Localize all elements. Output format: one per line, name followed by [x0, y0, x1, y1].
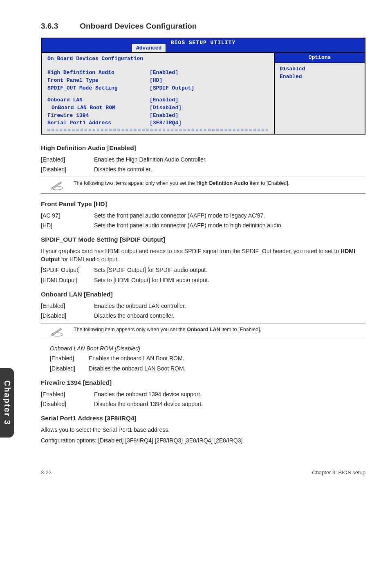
bios-left-pane: On Board Devices Configuration High Defi…: [42, 53, 275, 134]
bios-options-header: Options: [275, 53, 365, 63]
option-line: [HDMI Output]Sets to [HDMI Output] for H…: [41, 276, 365, 284]
footer-page-number: 3-22: [41, 469, 52, 477]
section-title-text: Onboard Devices Configuration: [80, 22, 197, 30]
bios-tab-advanced: Advanced: [132, 44, 166, 52]
pencil-note-icon: [41, 180, 74, 191]
note-text: The following two items appear only when…: [74, 180, 365, 187]
chapter-side-tab: Chapter 3: [0, 368, 14, 438]
item-heading-hda: High Definition Audio [Enabled]: [41, 144, 365, 153]
option-line: [Disabled]Disables the onboard controlle…: [41, 312, 365, 320]
option-line: [Disabled]Disables the onboard 1394 devi…: [41, 400, 365, 408]
bios-right-pane: Options Disabled Enabled: [275, 53, 365, 134]
option-line: [Disabled]Disables the onboard LAN Boot …: [50, 364, 365, 373]
item-heading-serial: Serial Port1 Address [3F8/IRQ4]: [41, 414, 365, 423]
bios-row: High Definition Audio[Enabled]: [47, 69, 268, 77]
note-callout: The following two items appear only when…: [41, 177, 365, 194]
footer-chapter-label: Chapter 3: BIOS setup: [312, 469, 365, 477]
item-heading-fpt: Front Panel Type [HD]: [41, 200, 365, 209]
note-text: The following item appears only when you…: [74, 326, 365, 333]
option-line: [Disabled]Disables the controller.: [41, 165, 365, 173]
option-line: [AC 97]Sets the front panel audio connec…: [41, 211, 365, 220]
option-line: [Enabled]Enables the High Definition Aud…: [41, 155, 365, 164]
paragraph: Configuration options: [Disabled] [3F8/I…: [41, 436, 365, 444]
bios-setup-panel: BIOS SETUP UTILITY Advanced On Board Dev…: [41, 38, 365, 135]
bios-option: Disabled: [280, 65, 360, 73]
bios-row: Onboard LAN[Enabled]: [47, 97, 268, 104]
bios-row: SPDIF_OUT Mode Setting[SPDIF Output]: [47, 85, 268, 92]
paragraph: If your graphics card has HDMI output an…: [41, 247, 365, 264]
bios-panel-heading: On Board Devices Configuration: [47, 55, 268, 63]
bios-top-bar: BIOS SETUP UTILITY Advanced: [42, 38, 365, 52]
item-heading-firewire: Firewire 1394 [Enabled]: [41, 378, 365, 387]
option-line: [Enabled]Enables the onboard 1394 device…: [41, 390, 365, 398]
bios-row: Firewire 1394[Enabled]: [47, 112, 268, 120]
bios-option: Enabled: [280, 73, 360, 81]
item-heading-spdif: SPDIF_OUT Mode Setting [SPDIF Output]: [41, 235, 365, 244]
option-line: [Enabled]Enables the onboard LAN control…: [41, 302, 365, 310]
sub-item-heading: Onboard LAN Boot ROM [Disabled]: [50, 344, 365, 352]
page-footer: 3-22 Chapter 3: BIOS setup: [41, 469, 365, 477]
note-callout: The following item appears only when you…: [41, 323, 365, 340]
section-number: 3.6.3: [41, 20, 78, 32]
item-heading-olan: Onboard LAN [Enabled]: [41, 290, 365, 299]
section-heading: 3.6.3 Onboard Devices Configuration: [41, 20, 365, 32]
pencil-note-icon: [41, 326, 74, 337]
bios-row: OnBoard LAN Boot ROM[Disabled]: [47, 104, 268, 112]
option-line: [SPDIF Output]Sets [SPDIF Output] for SP…: [41, 266, 365, 274]
bios-title: BIOS SETUP UTILITY: [42, 38, 365, 47]
paragraph: Allows you to select the Serial Port1 ba…: [41, 426, 365, 434]
option-line: [Enabled]Enables the onboard LAN Boot RO…: [50, 354, 365, 362]
bios-row: Front Panel Type[HD]: [47, 77, 268, 85]
bios-row: Serial Port1 Address[3F8/IRQ4]: [47, 119, 268, 127]
option-line: [HD]Sets the front panel audio connector…: [41, 221, 365, 229]
